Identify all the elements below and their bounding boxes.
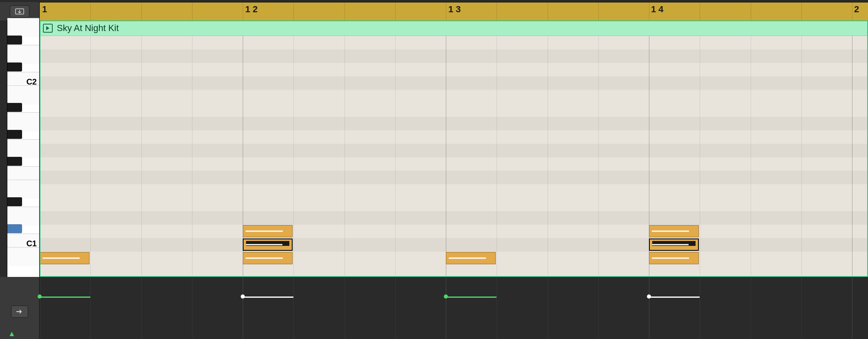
ruler-tick (141, 2, 142, 20)
midi-note[interactable] (40, 252, 89, 264)
grid-line (598, 20, 599, 277)
grid-row (40, 36, 868, 49)
grid-row (40, 198, 868, 211)
piano-white-key[interactable] (7, 139, 39, 158)
piano-white-key[interactable] (7, 247, 39, 266)
piano-black-key[interactable] (7, 36, 22, 45)
timeline-ruler[interactable]: 11 21 31 42 (40, 2, 868, 20)
midi-out-icon (16, 309, 24, 314)
piano-white-key[interactable] (7, 45, 39, 64)
grid-row (40, 49, 868, 63)
piano-black-key[interactable] (7, 130, 22, 139)
piano-black-key[interactable] (7, 103, 22, 112)
ruler-tick (90, 2, 91, 20)
velocity-grid-line (243, 277, 243, 339)
grid-line (497, 20, 497, 277)
ruler-tick (192, 2, 192, 20)
midi-note[interactable] (649, 239, 699, 251)
ruler-tick (345, 2, 345, 20)
piano-white-key[interactable] (7, 112, 39, 132)
velocity-grid-line (801, 277, 802, 339)
velocity-grid-line (548, 277, 548, 339)
velocity-stem[interactable] (243, 297, 293, 298)
velocity-grid-line (293, 277, 294, 339)
grid-row (40, 63, 868, 76)
midi-note[interactable] (243, 225, 293, 237)
piano-black-key[interactable] (7, 224, 22, 233)
grid-row (40, 157, 868, 171)
velocity-handle[interactable] (444, 294, 448, 299)
velocity-grid-line (192, 277, 192, 339)
piano-black-key[interactable] (7, 197, 22, 206)
grid-row (40, 184, 868, 198)
grid-line (141, 20, 142, 277)
grid-line (90, 20, 91, 277)
ruler-tick (700, 2, 700, 20)
ruler-beat-label: 1 (42, 4, 47, 15)
left-rail (0, 20, 7, 277)
piano-white-key[interactable] (7, 18, 39, 37)
midi-note[interactable] (243, 239, 293, 251)
velocity-grid-line (40, 277, 40, 339)
midi-note[interactable] (649, 225, 699, 237)
grid-line (852, 20, 852, 277)
velocity-lane-controls: ▲ (0, 277, 40, 339)
ruler-beat-label: 2 (854, 4, 859, 15)
grid-row (40, 103, 868, 117)
automation-expand-icon[interactable]: ▲ (8, 330, 16, 338)
grid-line (345, 20, 345, 277)
grid-row (40, 238, 868, 252)
ruler-tick (293, 2, 294, 20)
piano-keyboard[interactable]: C2C1 (7, 20, 40, 277)
velocity-grid-line (497, 277, 497, 339)
velocity-lane[interactable] (40, 277, 868, 339)
ruler-tick (801, 2, 802, 20)
grid-line (40, 20, 40, 277)
velocity-grid-line (141, 277, 142, 339)
grid-row (40, 144, 868, 157)
midi-out-button[interactable] (11, 306, 28, 318)
piano-black-key[interactable] (7, 62, 22, 71)
grid-row (40, 76, 868, 90)
velocity-grid-line (395, 277, 396, 339)
grid-line (192, 20, 192, 277)
velocity-grid-line (446, 277, 446, 339)
grid-row (40, 90, 868, 103)
grid-line (548, 20, 548, 277)
ruler-tick (446, 2, 446, 20)
ruler-beat-label: 1 3 (448, 4, 461, 15)
piano-white-key[interactable] (7, 180, 39, 199)
grid-row (40, 171, 868, 184)
velocity-stem[interactable] (649, 297, 700, 298)
grid-line (801, 20, 802, 277)
region-play-button[interactable] (43, 24, 53, 33)
region-header[interactable]: Sky At Night Kit (40, 20, 868, 36)
velocity-grid-line (852, 277, 852, 339)
grid-row (40, 117, 868, 130)
velocity-stem[interactable] (446, 297, 497, 298)
midi-note[interactable] (649, 252, 699, 264)
grid-row (40, 225, 868, 238)
catch-playhead-button[interactable] (10, 5, 29, 18)
grid-row (40, 130, 868, 144)
ruler-tick (497, 2, 497, 20)
velocity-handle[interactable] (241, 294, 245, 299)
piano-black-key[interactable] (7, 157, 22, 166)
piano-keyboard-column: C2C1 (0, 20, 40, 277)
midi-note[interactable] (243, 252, 293, 264)
velocity-handle[interactable] (38, 294, 42, 299)
piano-white-key[interactable] (7, 85, 39, 105)
velocity-handle[interactable] (647, 294, 651, 299)
velocity-grid-line (649, 277, 649, 339)
velocity-stem[interactable] (40, 297, 90, 298)
ruler-tick (598, 2, 599, 20)
grid-line (446, 20, 446, 277)
piano-white-key[interactable] (7, 207, 39, 226)
ruler-tick (548, 2, 548, 20)
piano-roll-grid[interactable]: Sky At Night Kit (40, 20, 868, 277)
velocity-grid-line (345, 277, 345, 339)
ruler-tick (649, 2, 649, 20)
midi-note[interactable] (446, 252, 496, 264)
ruler-tick (852, 2, 852, 20)
ruler-tick (395, 2, 396, 20)
